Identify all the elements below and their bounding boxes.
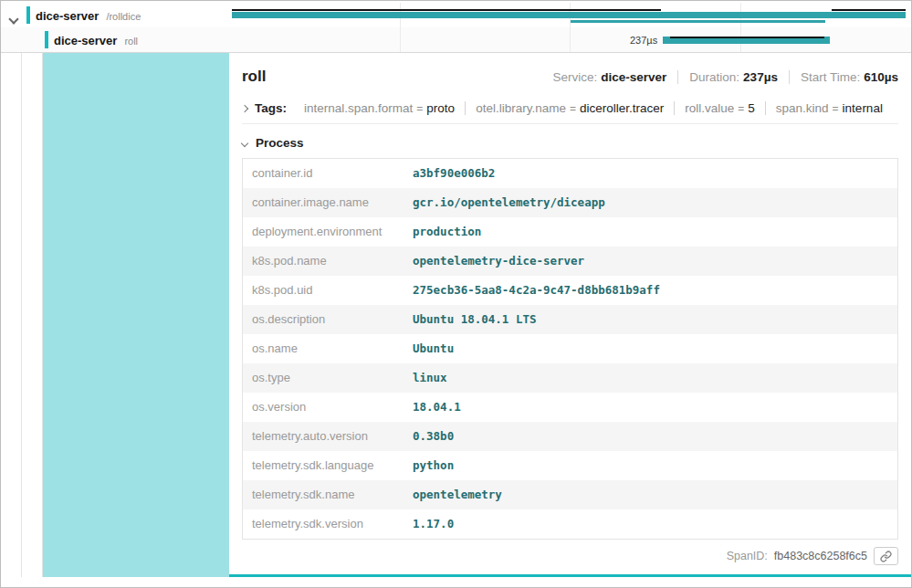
operation-name-label: roll: [124, 35, 138, 46]
attribute-value: gcr.io/opentelemetry/diceapp: [413, 196, 888, 209]
equals-sign: =: [738, 102, 744, 115]
table-row: k8s.pod.uid275ecb36-5aa8-4c2a-9c47-d8bb6…: [243, 276, 897, 305]
span-detail-footer: SpanID: fb483c8c6258f6c5: [242, 547, 898, 565]
service-value: dice-server: [601, 70, 666, 84]
equals-sign: =: [416, 102, 423, 115]
attribute-value: Ubuntu: [413, 342, 888, 355]
attribute-value: opentelemetry-dice-server: [413, 255, 888, 268]
tag-item: otel.library.name=diceroller.tracer: [466, 101, 675, 115]
duration-label: Duration:: [689, 70, 739, 84]
tag-key: internal.span.format: [304, 101, 413, 115]
chevron-down-icon: [241, 139, 248, 146]
tag-value: diceroller.tracer: [580, 101, 664, 115]
deep-link-button[interactable]: [874, 547, 898, 565]
attribute-key: container.id: [252, 167, 413, 180]
span-color-accent: [26, 6, 30, 24]
attribute-value: linux: [413, 372, 888, 384]
span-row-rolldice[interactable]: dice-server/rolldice: [1, 3, 911, 27]
attribute-key: os.version: [252, 401, 413, 414]
table-row: os.typelinux: [243, 363, 897, 393]
overview-duration: Duration:237µs: [677, 70, 778, 84]
table-row: telemetry.sdk.nameopentelemetry: [243, 480, 897, 509]
attribute-value: a3bf90e006b2: [413, 167, 888, 180]
attribute-key: telemetry.auto.version: [252, 430, 413, 443]
critical-path-line: [232, 9, 661, 11]
span-bar-roll[interactable]: [663, 37, 830, 44]
table-row: os.version18.04.1: [243, 393, 897, 422]
service-name: dice-serverroll: [54, 33, 138, 47]
span-name-column[interactable]: dice-server/rolldice: [1, 3, 229, 27]
tag-list: internal.span.format=proto otel.library.…: [294, 101, 893, 115]
attribute-key: os.name: [252, 342, 413, 355]
span-row-roll[interactable]: dice-serverroll 237µs: [1, 27, 911, 53]
tag-item: roll.value=5: [675, 101, 766, 115]
tag-key: roll.value: [685, 101, 734, 115]
tag-item: span.kind=internal: [766, 101, 893, 115]
overview-service: Service:dice-server: [552, 70, 666, 84]
tags-label: Tags:: [255, 101, 287, 115]
span-bar-rolldice[interactable]: [232, 12, 906, 18]
process-attributes-table: container.ida3bf90e006b2 container.image…: [242, 158, 898, 540]
table-row: os.descriptionUbuntu 18.04.1 LTS: [243, 305, 897, 334]
table-row: telemetry.auto.version0.38b0: [243, 422, 897, 451]
span-timeline-column: [229, 3, 910, 27]
trace-timeline-view: dice-server/rolldice dice-serverroll 237…: [0, 0, 912, 588]
indent-guide: [21, 53, 22, 577]
span-id-label: SpanID:: [727, 550, 768, 562]
span-overview: Service:dice-server Duration:237µs Start…: [552, 70, 898, 84]
equals-sign: =: [833, 102, 839, 115]
attribute-key: os.type: [252, 372, 413, 384]
chevron-down-icon: [8, 14, 18, 24]
critical-path-line: [832, 9, 906, 11]
chevron-right-icon: [241, 104, 248, 111]
tag-key: span.kind: [776, 101, 829, 115]
timeline-gridline: [570, 27, 571, 52]
start-time-label: Start Time:: [801, 70, 860, 84]
attribute-key: telemetry.sdk.language: [252, 459, 413, 472]
attribute-key: telemetry.sdk.name: [252, 488, 413, 501]
table-row: os.nameUbuntu: [243, 334, 897, 363]
span-detail-header: roll Service:dice-server Duration:237µs …: [242, 53, 898, 86]
table-row: telemetry.sdk.languagepython: [243, 451, 897, 480]
tag-value: 5: [748, 101, 755, 115]
span-title: roll: [242, 68, 266, 86]
collapse-chevron-icon[interactable]: [10, 10, 17, 26]
process-label: Process: [256, 136, 304, 150]
attribute-key: os.description: [252, 313, 413, 326]
table-row: container.image.namegcr.io/opentelemetry…: [243, 188, 897, 217]
service-label: Service:: [552, 70, 597, 84]
tags-accordion[interactable]: Tags: internal.span.format=proto otel.li…: [242, 101, 898, 124]
table-row: container.ida3bf90e006b2: [243, 159, 897, 188]
service-name: dice-server/rolldice: [36, 8, 141, 22]
span-duration-label: 237µs: [603, 35, 657, 46]
tag-item: internal.span.format=proto: [294, 101, 466, 115]
operation-name-label: /rolldice: [106, 10, 141, 21]
tag-value: proto: [426, 101, 455, 115]
span-color-accent: [45, 31, 48, 48]
attribute-key: k8s.pod.uid: [252, 284, 413, 297]
span-name-column[interactable]: dice-serverroll: [1, 27, 229, 52]
table-row: telemetry.sdk.version1.17.0: [243, 509, 897, 539]
attribute-key: container.image.name: [252, 196, 413, 209]
process-accordion[interactable]: Process: [242, 136, 898, 150]
overview-start-time: Start Time:610µs: [789, 70, 898, 84]
tag-value: internal: [843, 101, 883, 115]
tags-toggle[interactable]: Tags:: [242, 101, 287, 115]
link-icon: [880, 551, 892, 562]
span-detail-row: roll Service:dice-server Duration:237µs …: [1, 53, 911, 577]
equals-sign: =: [570, 102, 576, 115]
attribute-value: 18.04.1: [413, 401, 888, 414]
critical-path-line: [670, 37, 824, 38]
attribute-key: deployment.environment: [252, 226, 413, 238]
attribute-value: production: [413, 226, 888, 238]
span-timeline-column: 237µs: [229, 27, 910, 52]
table-row: deployment.environmentproduction: [243, 217, 897, 247]
span-detail-name-fill[interactable]: [43, 53, 229, 577]
timeline-gridline: [400, 27, 401, 52]
service-name-label: dice-server: [54, 33, 117, 47]
attribute-key: telemetry.sdk.version: [252, 518, 413, 530]
tag-key: otel.library.name: [476, 101, 566, 115]
start-time-value: 610µs: [864, 70, 898, 84]
service-name-label: dice-server: [36, 8, 99, 22]
attribute-value: opentelemetry: [413, 488, 888, 501]
